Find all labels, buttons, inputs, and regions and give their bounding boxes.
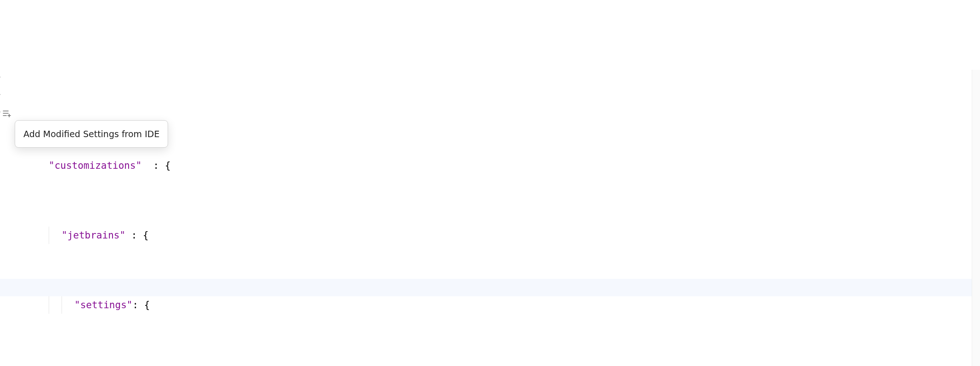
tooltip-text: Add Modified Settings from IDE [23, 129, 159, 139]
code-editor[interactable]: "customizations" : { "jetbrains" : { "se… [0, 70, 980, 366]
add-settings-gutter-icon[interactable] [2, 108, 12, 118]
json-key: "settings" [74, 299, 132, 311]
fold-toggle-icon[interactable] [0, 92, 2, 100]
code-area[interactable]: "customizations" : { "jetbrains" : { "se… [32, 70, 980, 366]
vertical-scrollbar[interactable] [972, 70, 980, 366]
editor-gutter [0, 70, 32, 366]
fold-toggle-icon[interactable] [0, 74, 2, 83]
current-line-highlight [0, 279, 980, 296]
code-line: "settings": { [36, 296, 980, 314]
json-key: "customizations" [49, 160, 141, 171]
code-line: "customizations" : { [36, 157, 980, 174]
json-key: "jetbrains" [62, 230, 125, 241]
code-line: "jetbrains" : { [36, 227, 980, 244]
gutter-action-tooltip: Add Modified Settings from IDE [15, 120, 168, 148]
